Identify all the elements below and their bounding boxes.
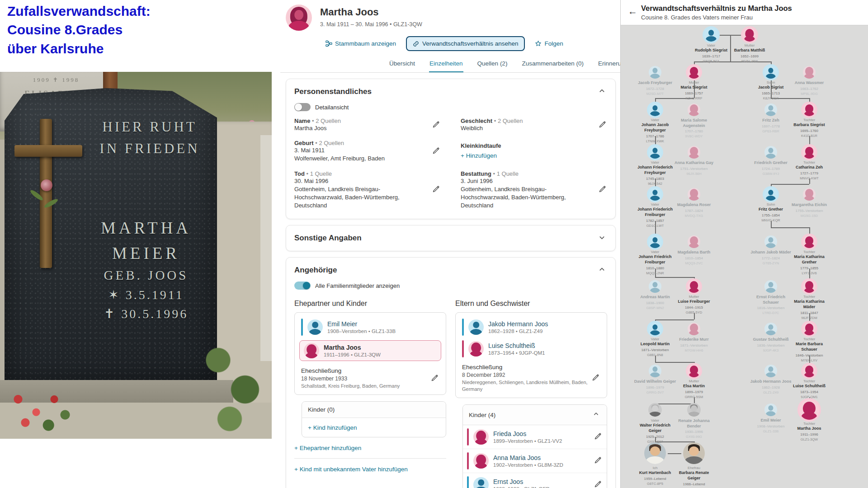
expand-chevron-down-icon[interactable] xyxy=(597,232,607,244)
tree-person-node[interactable]: VaterLeopold Martin1871–VerstorbenG8B1-8… xyxy=(633,323,677,357)
back-arrow-icon[interactable]: ← xyxy=(625,5,640,17)
collapse-chevron-up-icon[interactable] xyxy=(597,264,607,276)
edit-pencil-icon[interactable] xyxy=(598,184,607,195)
tree-person-node[interactable]: MutterMaria Siegrist1669–1757KZH1-RRF xyxy=(672,66,716,100)
tree-person-node[interactable]: TochterMartha Joos1911–1996GLZ1-3QW xyxy=(788,400,831,441)
add-spouse-link[interactable]: + Ehepartner hinzufügen xyxy=(294,445,361,451)
edit-pencil-icon[interactable] xyxy=(593,455,603,466)
tree-person-node[interactable]: SohnFritz Grether1755–1854MNVG-KQR xyxy=(749,188,793,222)
tree-person-name: David Wilhelm Geiger xyxy=(633,379,677,385)
tree-person-node[interactable]: Anna Katharina Gay1751–Verstorben96JX-56… xyxy=(672,146,716,176)
tree-person-node[interactable]: Fritz Zeh1697–1778GP63-RBR xyxy=(749,103,793,133)
tree-person-years: 1772–1824 xyxy=(749,256,793,260)
family-member-row[interactable]: Emil Meier1908–Verstorben • GLZ1-33B xyxy=(299,316,441,338)
edit-pencil-icon[interactable] xyxy=(430,373,439,384)
tree-person-name: Martha Joos xyxy=(788,426,831,432)
member-name: Martha Joos xyxy=(324,344,381,351)
edit-pencil-icon[interactable] xyxy=(431,146,441,157)
person-avatar xyxy=(688,280,700,293)
edit-pencil-icon[interactable] xyxy=(431,184,441,195)
tree-person-node[interactable]: TochterLuise Schultheiß1873–19549JGP-QM1 xyxy=(788,365,831,399)
tree-person-node[interactable]: Emil Meier1908–VerstorbenGLZ1-33B xyxy=(749,404,793,433)
member-meta: 1908–Verstorben • GLZ1-33B xyxy=(327,328,396,334)
follow-button[interactable]: Folgen xyxy=(535,40,563,47)
family-member-row[interactable]: Luise Schultheiß1873–1954 • 9JGP-QM1 xyxy=(460,338,602,360)
relationship-panel: ← Verwandtschaftsverhältnis zu Martha Jo… xyxy=(620,0,868,488)
tree-person-node[interactable]: Gustav Schultheiß1836–Verstorben9JGP-4K3 xyxy=(749,323,793,352)
view-relationship-button[interactable]: Verwandtschaftsverhältnis ansehen xyxy=(406,36,525,51)
child-row[interactable]: Anna Maria Joos1902–Verstorben • GL8M-3Z… xyxy=(463,449,607,473)
tree-person-node[interactable]: MutterBarbara Matthiß1652–16999DZV-J8W xyxy=(728,28,771,63)
tree-person-node[interactable]: MutterElsa Martin1899–1979GRRG-5SM xyxy=(672,365,716,399)
family-member-row[interactable]: Ernst Joos1903–1903 • GLZ1-GFD xyxy=(467,475,590,488)
tree-person-node[interactable]: TochterCatharina Zeh1727–1779MNVG-KWT xyxy=(788,146,831,180)
edit-pencil-icon[interactable] xyxy=(598,120,607,131)
add-child-link[interactable]: + Kind hinzufügen xyxy=(308,424,357,431)
tree-person-node[interactable]: Jakob Hermann Joos1862–1928GLZ1-Z49 xyxy=(749,365,793,394)
tree-person-node[interactable]: TochterMaria Katharina Grether1779–1855L… xyxy=(788,235,831,275)
child-row[interactable]: Ernst Joos1903–1903 • GLZ1-GFD xyxy=(463,473,607,488)
detail-view-toggle[interactable] xyxy=(294,103,311,111)
family-member-row[interactable]: Jakob Hermann Joos1862–1928 • GLZ1-Z49 xyxy=(460,316,602,338)
tree-person-node[interactable]: SohnJacob Sigrist1665–1713K8JY-9GX xyxy=(749,66,793,100)
tree-person-name: Maria Siegrist xyxy=(672,85,716,90)
tree-person-node[interactable]: Margaretha Eichin1755–VerstorbenMG5G-15D xyxy=(788,188,831,218)
member-name: Emil Meier xyxy=(327,320,396,328)
member-name: Ernst Joos xyxy=(493,478,550,485)
tree-person-node[interactable]: Maria Salome Augenstein1707–17809V8C-WDY xyxy=(672,103,716,138)
edit-pencil-icon[interactable] xyxy=(431,120,441,131)
tree-person-node[interactable]: Friederike Murr1871–VerstorbenM7GW-HH6 xyxy=(672,323,716,352)
view-tree-button[interactable]: Stammbaum anzeigen xyxy=(326,40,396,47)
children-list: Frieda Joos1899–Verstorben • GLZ1-VV2Ann… xyxy=(463,425,607,488)
tree-person-node[interactable]: VaterJohann Friedrich Freiburger1810–188… xyxy=(633,235,677,275)
tree-person-years: 1838–1900 xyxy=(633,301,677,305)
tree-person-node[interactable]: IchKurt Hartenbach1959–LebendG6TC-8P5 xyxy=(633,442,677,486)
tree-person-node[interactable]: Friedrich Grether1724–1789G38W-9YJ xyxy=(749,146,793,176)
edit-pencil-icon[interactable] xyxy=(591,373,600,384)
tree-person-node[interactable]: Ernst Friedrich Schauer1816–VerstorbenLT… xyxy=(749,280,793,315)
tree-person-node[interactable]: VaterJohann Friederich Freyburger1745–18… xyxy=(633,146,677,186)
family-member-row[interactable]: Frieda Joos1899–Verstorben • GLZ1-VV2 xyxy=(467,427,590,446)
relationship-role: Tochter xyxy=(788,337,831,342)
collapse-chevron-up-icon[interactable] xyxy=(591,409,601,420)
family-member-row[interactable]: Martha Joos1911–1996 • GLZ1-3QW xyxy=(299,340,441,361)
tree-person-id: GRRG-5SM xyxy=(672,395,716,399)
tree-person-node[interactable]: Jacob Freyburger1672–1728M2SD-M7T xyxy=(633,66,677,96)
tree-person-node[interactable]: VaterJohann Jacob Freyburger1707–1786LTN… xyxy=(633,103,677,143)
tree-person-node[interactable]: David Wilhelm Geiger1896–1979GRRG-5V7 xyxy=(633,365,677,394)
collapse-chevron-up-icon[interactable] xyxy=(597,86,607,98)
tree-person-node[interactable]: Andreas Martin1838–1900G8SP-WN2 xyxy=(633,280,677,310)
tree-person-name: Anna Katharina Gay xyxy=(672,160,716,166)
show-all-family-toggle[interactable] xyxy=(294,282,311,290)
tree-person-node[interactable]: VaterJohann Friederich Freiburger1782–18… xyxy=(633,188,677,228)
tree-person-node[interactable]: Magdalena Roser1787–1824MVDQ-TXG xyxy=(672,188,716,218)
marriage-info: Eheschließung 8 December 1892 Niederegge… xyxy=(460,360,602,394)
tree-person-node[interactable]: TochterBarbara Siegrist1695–1760K41D-B1R xyxy=(788,103,831,138)
tree-person-node[interactable]: EhefrauBarbara Renate Geiger1966–LebendG… xyxy=(672,442,716,488)
tab-zusammenarbeiten-[interactable]: Zusammenarbeiten (0) xyxy=(521,56,584,72)
add-baptism-link[interactable]: + Hinzufügen xyxy=(461,152,497,160)
child-row[interactable]: Frieda Joos1899–Verstorben • GLZ1-VV2 xyxy=(463,425,607,449)
tree-person-node[interactable]: TochterMarie Barbara Schauer1846–Verstor… xyxy=(788,323,831,362)
family-member-row[interactable]: Anna Maria Joos1902–Verstorben • GL8M-3Z… xyxy=(467,451,590,470)
tree-person-years: 1810–1854 xyxy=(672,256,716,260)
tree-person-node[interactable]: Anna Wassmer1663–1762MP8L-9DG xyxy=(788,66,831,96)
tab-erinnerungen[interactable]: Erinnerungen xyxy=(598,56,620,72)
add-child-unknown-father-link[interactable]: + Kind mit unbekanntem Vater hinzufügen xyxy=(294,466,408,473)
tab-übersicht[interactable]: Übersicht xyxy=(389,56,415,72)
tree-person-node[interactable]: VaterRudolph Siegrist1639–1717GSQ5-5C1 xyxy=(689,28,733,63)
tree-person-node[interactable]: VaterWalter Friedrich Geiger1925–2012GX9… xyxy=(633,403,677,444)
tab-quellen-[interactable]: Quellen (2) xyxy=(477,56,508,72)
tree-person-node[interactable]: Renate Johanna Bender1930–1996GX93-99G xyxy=(672,403,716,439)
tree-person-node[interactable]: Magdalena Barth1810–1854MQQ3-2VC xyxy=(672,235,716,265)
tab-einzelheiten[interactable]: Einzelheiten xyxy=(429,56,463,73)
tree-person-id: GX93-99G xyxy=(672,435,716,439)
edit-pencil-icon[interactable] xyxy=(593,432,603,442)
tree-person-node[interactable]: MutterLuise Freiburger1844–1915G8B5-5YD xyxy=(672,280,716,314)
tree-person-name: Anna Wassmer xyxy=(788,80,831,86)
relationship-tree-canvas[interactable]: VaterRudolph Siegrist1639–1717GSQ5-5C1Mu… xyxy=(621,25,868,488)
tree-person-name: Emil Meier xyxy=(749,418,793,423)
tree-person-node[interactable]: Johann Jakob Mäder1772–1824GT65-ZYN xyxy=(749,235,793,265)
tree-person-node[interactable]: TochterMaria Katharina Mäder1811–184796J… xyxy=(788,280,831,320)
edit-pencil-icon[interactable] xyxy=(593,479,603,488)
